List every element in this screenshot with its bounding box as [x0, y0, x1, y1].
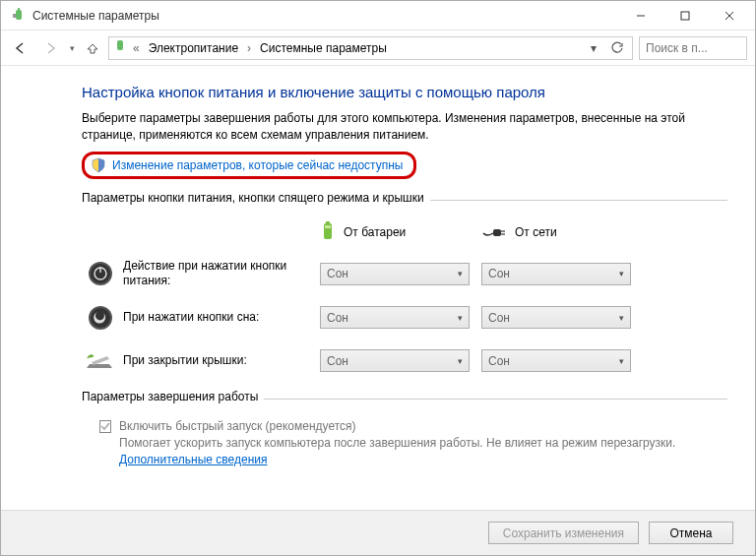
chevron-down-icon: ▾: [458, 269, 463, 278]
svg-rect-11: [493, 229, 501, 236]
group-label: Параметры завершения работы: [82, 390, 258, 403]
refresh-button[interactable]: [606, 37, 628, 59]
address-bar[interactable]: « Электропитание › Системные параметры ▾: [108, 36, 633, 60]
address-dropdown[interactable]: ▾: [583, 37, 604, 59]
svg-rect-2: [13, 14, 16, 18]
row-power-button: Действие при нажатии кнопки питания: Сон…: [82, 259, 727, 289]
history-dropdown[interactable]: ▾: [68, 43, 77, 53]
row-label: При нажатии кнопки сна:: [123, 310, 320, 326]
svg-rect-7: [117, 40, 123, 50]
change-unavailable-link[interactable]: Изменение параметров, которые сейчас нед…: [112, 158, 404, 172]
power-battery-combo[interactable]: Сон▾: [320, 263, 470, 285]
sleep-battery-combo[interactable]: Сон▾: [320, 306, 470, 329]
forward-button[interactable]: [38, 36, 62, 60]
group-label: Параметры кнопки питания, кнопки спящего…: [82, 191, 424, 205]
lid-battery-combo[interactable]: Сон▾: [320, 349, 470, 372]
fast-startup-desc: Помогает ускорить запуск компьютера посл…: [119, 435, 727, 468]
change-settings-highlight: Изменение параметров, которые сейчас нед…: [82, 152, 416, 179]
chevron-down-icon: ▾: [619, 269, 624, 278]
search-placeholder: Поиск в п...: [646, 41, 708, 55]
breadcrumb-item[interactable]: Электропитание: [146, 39, 241, 57]
battery-label: От батареи: [344, 225, 406, 239]
chevron-icon: «: [133, 41, 140, 55]
power-plugged-combo[interactable]: Сон▾: [481, 263, 631, 285]
row-lid-close: При закрытии крышки: Сон▾ Сон▾: [82, 346, 727, 376]
svg-point-19: [91, 308, 110, 328]
more-info-link[interactable]: Дополнительные сведения: [119, 453, 267, 466]
page-description: Выберите параметры завершения работы для…: [82, 110, 727, 144]
fast-startup-checkbox[interactable]: [99, 420, 111, 433]
control-panel-icon: [113, 39, 127, 56]
row-label: При закрытии крышки:: [123, 353, 320, 369]
power-button-icon: [86, 259, 115, 288]
search-input[interactable]: Поиск в п...: [639, 36, 747, 60]
svg-rect-10: [325, 225, 331, 228]
window: Системные параметры ▾ « Электропитание ›…: [0, 0, 756, 556]
group-shutdown: Параметры завершения работы: [82, 390, 727, 409]
close-button[interactable]: [707, 2, 751, 30]
back-button[interactable]: [9, 36, 32, 60]
sleep-button-icon: [86, 303, 115, 333]
chevron-down-icon: ▾: [458, 356, 463, 366]
chevron-right-icon: ›: [247, 41, 251, 55]
row-label: Действие при нажатии кнопки питания:: [123, 259, 320, 289]
sleep-plugged-combo[interactable]: Сон▾: [481, 306, 631, 329]
row-sleep-button: При нажатии кнопки сна: Сон▾ Сон▾: [82, 303, 727, 333]
window-title: Системные параметры: [32, 9, 618, 23]
svg-rect-1: [18, 8, 20, 10]
chevron-down-icon: ▾: [619, 313, 624, 323]
chevron-down-icon: ▾: [619, 356, 624, 366]
fast-startup-row: Включить быстрый запуск (рекомендуется) …: [99, 419, 727, 468]
minimize-button[interactable]: [618, 2, 662, 30]
shield-icon: [91, 157, 106, 173]
save-button[interactable]: Сохранить изменения: [488, 522, 639, 544]
battery-icon: [320, 220, 336, 245]
footer: Сохранить изменения Отмена: [1, 510, 755, 555]
content-area: Настройка кнопок питания и включение защ…: [1, 66, 755, 510]
plug-icon: [481, 223, 507, 242]
group-power-buttons: Параметры кнопки питания, кнопки спящего…: [82, 191, 727, 211]
svg-rect-0: [16, 10, 22, 20]
page-title: Настройка кнопок питания и включение защ…: [82, 84, 727, 100]
chevron-down-icon: ▾: [458, 313, 463, 323]
laptop-lid-icon: [86, 346, 115, 376]
up-button[interactable]: [83, 38, 102, 58]
maximize-button[interactable]: [662, 2, 707, 30]
navbar: ▾ « Электропитание › Системные параметры…: [1, 31, 755, 66]
column-headers: От батареи От сети: [320, 220, 727, 245]
titlebar: Системные параметры: [1, 1, 755, 31]
svg-rect-4: [681, 12, 689, 20]
svg-rect-9: [326, 221, 330, 223]
breadcrumb-item[interactable]: Системные параметры: [257, 39, 390, 57]
cancel-button[interactable]: Отмена: [649, 522, 733, 544]
app-icon: [11, 8, 27, 24]
lid-plugged-combo[interactable]: Сон▾: [481, 349, 631, 372]
plugged-label: От сети: [515, 225, 557, 239]
fast-startup-label: Включить быстрый запуск (рекомендуется): [119, 419, 727, 433]
